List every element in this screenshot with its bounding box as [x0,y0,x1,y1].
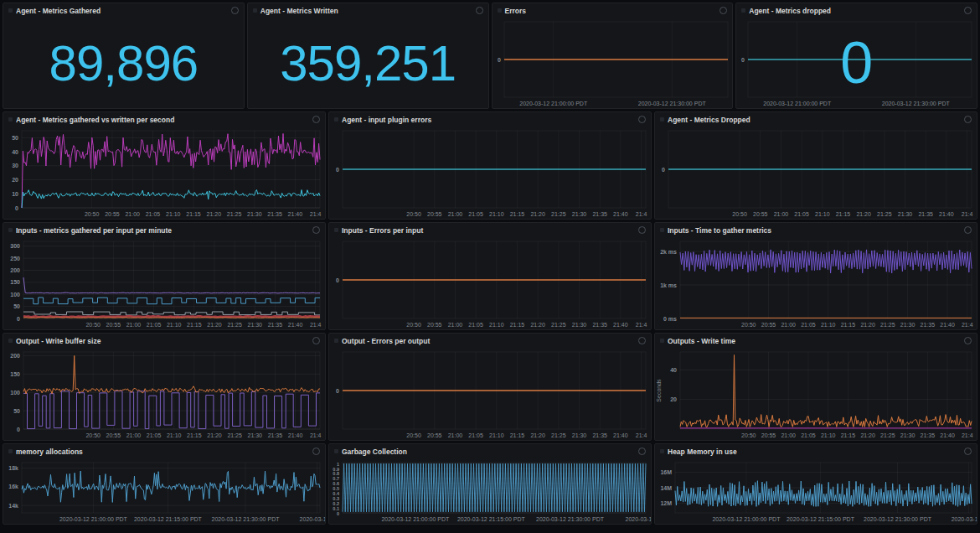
svg-text:2020-03-12 21:00:00 PDT: 2020-03-12 21:00:00 PDT [381,516,450,522]
chart-inputs-errors-per-input[interactable]: 20:5020:5521:0021:0521:1021:1521:2021:25… [329,237,651,329]
svg-text:18k: 18k [8,465,18,471]
chart-agent-metrics-dropped-graph[interactable]: 20:5020:5521:0021:0521:1021:1521:2021:25… [655,127,977,219]
panel-title[interactable]: Agent - input plugin errors [342,116,431,124]
panel-menu-icon[interactable] [334,117,338,122]
panel-menu-icon[interactable] [8,117,13,122]
chart-agent-metrics-dropped-stat[interactable]: 2020-03-12 21:00:00 PDT2020-03-12 21:30:… [736,18,977,108]
panel-title[interactable]: Output - Errors per output [342,337,430,345]
panel-menu-icon[interactable] [334,449,338,453]
svg-text:2020-03-12 21:30:00 PDT: 2020-03-12 21:30:00 PDT [536,516,605,522]
panel-title[interactable]: Agent - Metrics gathered vs written per … [16,116,174,124]
panel-body[interactable]: 359,251 [248,18,488,108]
panel-menu-icon[interactable] [253,8,257,13]
panel-body[interactable]: 20:5020:5521:0021:0521:1021:1521:2021:25… [3,127,325,219]
chart-inputs-metrics-per-input[interactable]: 20:5020:5521:0021:0521:1021:1521:2021:25… [3,237,325,329]
panel-header: Garbage Collection [329,444,651,458]
panel-header: Output - Errors per output [329,334,651,348]
panel-title[interactable]: memory allocations [16,448,83,456]
panel-body[interactable]: 2020-03-12 21:00:00 PDT2020-03-12 21:15:… [655,458,977,524]
svg-text:50: 50 [13,303,20,309]
panel-menu-icon[interactable] [8,8,13,13]
panel-body[interactable]: 20:5020:5521:0021:0521:1021:1521:2021:25… [3,237,325,329]
panel-refresh-icon [638,226,646,234]
panel-menu-icon[interactable] [8,339,13,343]
panel-header: Output - Write buffer size [3,334,325,348]
panel-title[interactable]: Inputs - metrics gathered per input per … [16,226,172,235]
panel-body[interactable]: 2020-03-12 21:00:00 PDT2020-03-12 21:30:… [736,18,977,108]
panel-menu-icon[interactable] [660,228,664,232]
panel-title[interactable]: Agent - Metrics Written [260,7,338,15]
chart-errors[interactable]: 2020-03-12 21:00:00 PDT2020-03-12 21:30:… [493,18,733,108]
svg-text:0: 0 [17,316,20,322]
panel-inputs-time-to-gather: Inputs - Time to gather metrics20:5020:5… [654,222,977,330]
panel-title[interactable]: Garbage Collection [342,448,407,456]
panel-menu-icon[interactable] [334,228,338,232]
panel-body[interactable]: 20:5020:5521:0021:0521:1021:1521:2021:25… [3,348,325,440]
panel-output-errors-per-output: Output - Errors per output20:5020:5521:0… [328,333,652,441]
panel-body[interactable]: 89,896 [3,18,244,108]
panel-heap-memory-in-use: Heap Memory in use2020-03-12 21:00:00 PD… [654,443,977,525]
svg-text:20:50: 20:50 [85,211,100,217]
svg-text:50: 50 [12,135,18,141]
chart-memory-allocations[interactable]: 2020-03-12 21:00:00 PDT2020-03-12 21:15:… [3,458,325,524]
svg-text:21:00: 21:00 [448,322,463,328]
panel-menu-icon[interactable] [8,449,13,453]
panel-menu-icon[interactable] [498,8,502,13]
panel-body[interactable]: 20:5020:5521:0021:0521:1021:1521:2021:25… [655,348,977,440]
chart-input-plugin-errors[interactable]: 20:5020:5521:0021:0521:1021:1521:2021:25… [329,127,651,219]
svg-text:21:40: 21:40 [288,322,303,328]
stat-value: 89,896 [3,18,244,108]
svg-text:10: 10 [12,191,18,197]
panel-title[interactable]: Inputs - Errors per input [342,226,423,235]
panel-title[interactable]: Outputs - Write time [668,337,735,345]
svg-text:21:40: 21:40 [940,322,955,328]
panel-agent-metrics-dropped-stat: Agent - Metrics dropped2020-03-12 21:00:… [735,3,977,109]
svg-text:21:15: 21:15 [510,432,525,438]
panel-menu-icon[interactable] [334,339,338,343]
panel-header: Agent - Metrics dropped [736,3,977,18]
svg-text:21:20: 21:20 [207,322,222,328]
svg-text:21:15: 21:15 [841,322,856,328]
panel-body[interactable]: 20:5020:5521:0021:0521:1021:1521:2021:25… [329,237,651,329]
panel-title[interactable]: Agent - Metrics Gathered [16,7,101,15]
chart-heap-memory-in-use[interactable]: 2020-03-12 21:00:00 PDT2020-03-12 21:15:… [655,458,977,524]
panel-body[interactable]: 2020-03-12 21:00:00 PDT2020-03-12 21:15:… [3,458,325,524]
panel-title[interactable]: Inputs - Time to gather metrics [668,226,771,235]
svg-text:2020-03-12 21:30:00 PDT: 2020-03-12 21:30:00 PDT [637,101,706,106]
svg-text:21:40: 21:40 [940,432,955,438]
panel-menu-icon[interactable] [8,228,13,232]
panel-menu-icon[interactable] [741,8,745,13]
panel-title[interactable]: Agent - Metrics Dropped [668,116,750,124]
svg-text:2020-03-12 21:15:00 PDT: 2020-03-12 21:15:00 PDT [134,516,203,522]
chart-output-write-buffer[interactable]: 20:5020:5521:0021:0521:1021:1521:2021:25… [3,348,325,440]
panel-title[interactable]: Agent - Metrics dropped [749,7,831,15]
svg-text:150: 150 [10,371,20,377]
panel-menu-icon[interactable] [660,449,664,453]
svg-text:0: 0 [336,388,339,394]
panel-body[interactable]: 20:5020:5521:0021:0521:1021:1521:2021:25… [329,127,651,219]
svg-text:20:55: 20:55 [105,211,120,217]
chart-output-errors-per-output[interactable]: 20:5020:5521:0021:0521:1021:1521:2021:25… [329,348,651,440]
panel-body[interactable]: 20:5020:5521:0021:0521:1021:1521:2021:25… [655,127,977,219]
svg-text:21:40: 21:40 [288,432,303,438]
chart-outputs-write-time[interactable]: 20:5020:5521:0021:0521:1021:1521:2021:25… [655,348,977,440]
panel-title[interactable]: Output - Write buffer size [16,337,101,345]
panel-body[interactable]: 20:5020:5521:0021:0521:1021:1521:2021:25… [329,348,651,440]
panel-body[interactable]: 20:5020:5521:0021:0521:1021:1521:2021:25… [655,237,977,329]
panel-menu-icon[interactable] [660,339,664,343]
panel-title[interactable]: Heap Memory in use [668,448,737,456]
svg-text:21:10: 21:10 [167,322,182,328]
chart-inputs-time-to-gather[interactable]: 20:5020:5521:0021:0521:1021:1521:2021:25… [655,237,977,329]
chart-garbage-collection[interactable]: 2020-03-12 21:00:00 PDT2020-03-12 21:15:… [329,458,651,524]
chart-gathered-vs-written[interactable]: 20:5020:5521:0021:0521:1021:1521:2021:25… [3,127,325,219]
svg-text:21:05: 21:05 [147,322,162,328]
svg-text:200: 200 [10,267,20,273]
panel-title[interactable]: Errors [505,7,527,15]
panel-body[interactable]: 2020-03-12 21:00:00 PDT2020-03-12 21:15:… [329,458,651,524]
panel-body[interactable]: 2020-03-12 21:00:00 PDT2020-03-12 21:30:… [493,18,733,108]
svg-text:0: 0 [15,205,18,211]
svg-text:100: 100 [10,292,20,298]
svg-text:21:15: 21:15 [187,432,202,438]
svg-text:21:05: 21:05 [468,322,483,328]
panel-menu-icon[interactable] [660,117,664,122]
